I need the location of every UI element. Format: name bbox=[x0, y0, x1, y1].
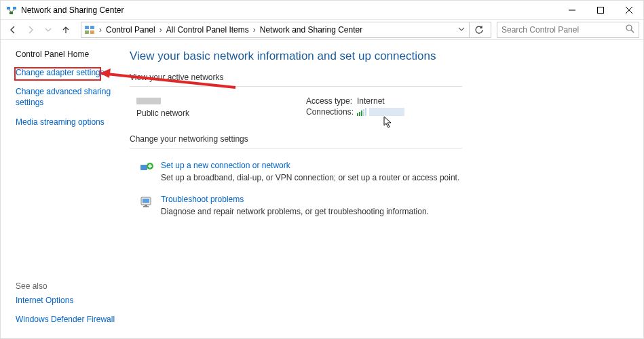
media-streaming-link[interactable]: Media streaming options bbox=[16, 117, 124, 127]
back-button[interactable] bbox=[5, 22, 21, 38]
connection-name-redacted[interactable] bbox=[369, 108, 404, 116]
svg-rect-9 bbox=[357, 113, 358, 116]
setup-connection-item: Set up a new connection or network Set u… bbox=[130, 158, 616, 192]
navigation-bar: › Control Panel › All Control Panel Item… bbox=[1, 20, 643, 40]
active-network-row: Public network Access type: Internet Con… bbox=[130, 96, 616, 118]
svg-rect-1 bbox=[13, 7, 16, 9]
up-button[interactable] bbox=[58, 22, 74, 38]
svg-rect-2 bbox=[10, 12, 13, 14]
maximize-button[interactable] bbox=[586, 1, 615, 20]
recent-dropdown[interactable] bbox=[40, 22, 56, 38]
svg-rect-7 bbox=[90, 31, 94, 34]
active-networks-label: View your active networks bbox=[130, 73, 616, 82]
troubleshoot-desc: Diagnose and repair network problems, or… bbox=[161, 207, 429, 216]
new-connection-icon bbox=[139, 161, 154, 176]
network-sharing-icon bbox=[6, 5, 17, 16]
svg-rect-5 bbox=[90, 26, 94, 29]
breadcrumb-control-panel[interactable]: Control Panel bbox=[103, 25, 158, 35]
wifi-signal-icon bbox=[357, 108, 366, 116]
divider bbox=[130, 86, 462, 87]
internet-options-link[interactable]: Internet Options bbox=[16, 295, 124, 306]
search-icon bbox=[626, 24, 634, 35]
search-input[interactable] bbox=[501, 25, 626, 35]
svg-rect-14 bbox=[140, 165, 147, 170]
svg-rect-11 bbox=[361, 111, 362, 116]
svg-rect-17 bbox=[143, 199, 149, 203]
see-also-label: See also bbox=[16, 281, 124, 291]
svg-rect-13 bbox=[365, 108, 366, 116]
sidebar: Control Panel Home Change adapter settin… bbox=[1, 40, 124, 339]
page-heading: View your basic network information and … bbox=[130, 49, 616, 63]
access-type-value: Internet bbox=[357, 96, 385, 106]
control-panel-icon bbox=[84, 24, 95, 35]
chevron-right-icon[interactable]: › bbox=[252, 25, 257, 35]
access-type-label: Access type: bbox=[306, 96, 357, 106]
troubleshoot-item: Troubleshoot problems Diagnose and repai… bbox=[130, 192, 616, 226]
minimize-button[interactable] bbox=[558, 1, 586, 20]
close-button[interactable] bbox=[615, 1, 643, 20]
forward-button[interactable] bbox=[22, 22, 39, 38]
svg-rect-3 bbox=[598, 7, 604, 13]
network-name-redacted bbox=[136, 98, 161, 104]
search-box[interactable] bbox=[497, 22, 639, 38]
content-pane: View your basic network information and … bbox=[124, 40, 643, 339]
svg-rect-0 bbox=[7, 7, 10, 9]
change-adapter-settings-link[interactable]: Change adapter settings bbox=[16, 67, 124, 78]
window-title: Network and Sharing Center bbox=[21, 5, 558, 15]
troubleshoot-icon bbox=[139, 195, 154, 210]
refresh-button[interactable] bbox=[469, 22, 488, 38]
network-type: Public network bbox=[136, 108, 306, 118]
change-advanced-sharing-link[interactable]: Change advanced sharing settings bbox=[16, 86, 124, 108]
svg-rect-10 bbox=[359, 112, 360, 116]
window-titlebar: Network and Sharing Center bbox=[1, 1, 643, 20]
chevron-right-icon[interactable]: › bbox=[98, 25, 103, 35]
chevron-right-icon[interactable]: › bbox=[158, 25, 164, 35]
control-panel-home-link[interactable]: Control Panel Home bbox=[16, 49, 124, 59]
svg-point-8 bbox=[626, 25, 632, 31]
breadcrumb-current[interactable]: Network and Sharing Center bbox=[257, 25, 365, 35]
svg-rect-18 bbox=[145, 205, 147, 206]
change-settings-label: Change your networking settings bbox=[130, 134, 616, 144]
setup-connection-desc: Set up a broadband, dial-up, or VPN conn… bbox=[161, 173, 459, 182]
svg-rect-19 bbox=[143, 206, 149, 207]
divider bbox=[130, 148, 462, 148]
svg-rect-6 bbox=[85, 31, 89, 34]
address-bar[interactable]: › Control Panel › All Control Panel Item… bbox=[81, 22, 491, 38]
troubleshoot-link[interactable]: Troubleshoot problems bbox=[161, 195, 429, 204]
connections-label: Connections: bbox=[306, 107, 357, 117]
svg-rect-4 bbox=[85, 26, 89, 29]
svg-rect-12 bbox=[363, 109, 364, 116]
breadcrumb-all-items[interactable]: All Control Panel Items bbox=[164, 25, 252, 35]
address-dropdown[interactable] bbox=[454, 25, 469, 35]
setup-connection-link[interactable]: Set up a new connection or network bbox=[161, 161, 459, 170]
windows-defender-firewall-link[interactable]: Windows Defender Firewall bbox=[16, 314, 124, 325]
